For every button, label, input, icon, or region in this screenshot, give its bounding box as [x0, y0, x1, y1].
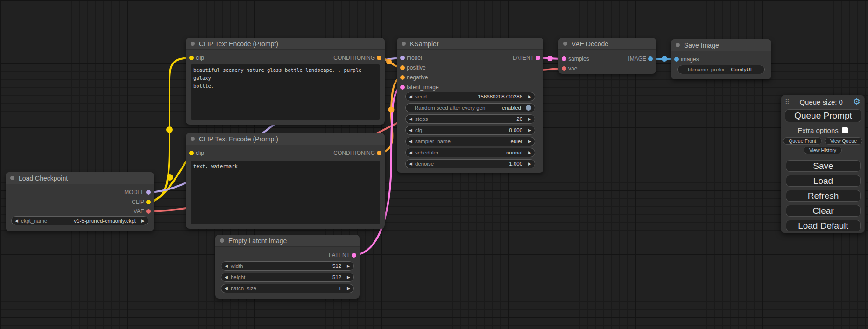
node-save-image[interactable]: Save Image images filename_prefix ComfyU…	[671, 39, 771, 79]
node-empty-latent-image[interactable]: Empty Latent Image LATENT ◀ width 512 ▶ …	[215, 235, 360, 299]
node-clip-text-encode-negative[interactable]: CLIP Text Encode (Prompt) clip CONDITION…	[186, 133, 385, 229]
input-dot-clip[interactable]	[189, 151, 194, 155]
output-slot-conditioning: CONDITIONING	[333, 54, 385, 62]
widget-scheduler[interactable]: ◀ scheduler normal ▶	[405, 148, 535, 157]
output-dot-conditioning[interactable]	[377, 151, 381, 155]
decrement-arrow-icon[interactable]: ◀	[409, 95, 412, 99]
increment-arrow-icon[interactable]: ▶	[528, 117, 531, 121]
collapse-dot[interactable]	[191, 42, 195, 46]
input-dot-negative[interactable]	[400, 75, 405, 80]
widget-height[interactable]: ◀ height 512 ▶	[221, 273, 354, 282]
decrement-arrow-icon[interactable]: ◀	[225, 275, 228, 280]
decrement-arrow-icon[interactable]: ◀	[409, 151, 412, 155]
save-button[interactable]: Save	[786, 160, 861, 172]
prompt-textarea[interactable]: beautiful scenery nature glass bottle la…	[191, 64, 380, 120]
toggle-knob[interactable]	[526, 105, 531, 111]
output-dot-clip[interactable]	[146, 200, 151, 204]
input-slot-clip: clip	[186, 54, 204, 62]
decrement-arrow-icon[interactable]: ◀	[409, 117, 412, 121]
load-button[interactable]: Load	[786, 175, 861, 187]
widget-batch-size[interactable]: ◀ batch_size 1 ▶	[221, 284, 354, 293]
increment-arrow-icon[interactable]: ▶	[347, 275, 350, 280]
input-slot-positive: positive	[397, 64, 426, 71]
queue-front-button[interactable]: Queue Front	[783, 137, 822, 145]
increment-arrow-icon[interactable]: ▶	[528, 151, 531, 155]
clear-button[interactable]: Clear	[786, 205, 861, 217]
extra-options-label: Extra options	[797, 126, 839, 134]
decrement-arrow-icon[interactable]: ◀	[225, 264, 228, 268]
output-dot-vae[interactable]	[146, 209, 151, 214]
output-slot-latent: LATENT	[329, 252, 360, 259]
input-slot-clip: clip	[186, 149, 204, 157]
output-dot-latent[interactable]	[536, 56, 540, 60]
widget-ckpt-name[interactable]: ◀ ckpt_name v1-5-pruned-emaonly.ckpt ▶	[11, 216, 148, 225]
input-dot-positive[interactable]	[400, 65, 405, 70]
output-dot-latent[interactable]	[352, 253, 356, 258]
node-load-checkpoint[interactable]: Load Checkpoint MODEL CLIP VAE ◀ ckpt_na…	[6, 172, 154, 231]
view-queue-button[interactable]: View Queue	[825, 137, 862, 145]
input-slot-vae: vae	[558, 65, 577, 72]
increment-arrow-icon[interactable]: ▶	[528, 95, 531, 99]
link-midpoint-dot	[388, 107, 395, 113]
queue-prompt-button[interactable]: Queue Prompt	[785, 109, 861, 122]
collapse-dot[interactable]	[402, 42, 406, 46]
widget-width[interactable]: ◀ width 512 ▶	[221, 261, 354, 271]
decrement-arrow-icon[interactable]: ◀	[409, 140, 412, 144]
input-slot-latent-image: latent_image	[397, 84, 439, 91]
input-dot-clip[interactable]	[189, 56, 194, 60]
increment-arrow-icon[interactable]: ▶	[141, 219, 145, 223]
decrement-arrow-icon[interactable]: ◀	[409, 162, 412, 166]
input-dot-latent-image[interactable]	[400, 85, 405, 90]
output-slot-model: MODEL	[124, 189, 154, 196]
input-slot-samples: samples	[558, 55, 589, 63]
increment-arrow-icon[interactable]: ▶	[528, 128, 531, 133]
output-slot-vae: VAE	[134, 208, 154, 215]
drag-handle-icon[interactable]: ⠿	[785, 98, 790, 105]
node-clip-text-encode-positive[interactable]: CLIP Text Encode (Prompt) clip CONDITION…	[186, 38, 385, 125]
link-midpoint-dot	[547, 56, 553, 61]
decrement-arrow-icon[interactable]: ◀	[225, 287, 228, 291]
increment-arrow-icon[interactable]: ▶	[347, 264, 350, 268]
widget-seed[interactable]: ◀ seed 156680208700286 ▶	[405, 92, 535, 101]
collapse-dot[interactable]	[676, 43, 680, 47]
load-default-button[interactable]: Load Default	[786, 220, 861, 231]
extra-options-checkbox[interactable]	[842, 127, 848, 133]
link-midpoint-dot	[166, 126, 173, 133]
collapse-dot[interactable]	[563, 42, 567, 46]
view-history-button[interactable]: View History	[804, 147, 842, 154]
widget-sampler-name[interactable]: ◀ sampler_name euler ▶	[405, 137, 535, 146]
prompt-textarea[interactable]: text, watermark	[191, 161, 380, 224]
collapse-dot[interactable]	[220, 238, 224, 243]
input-dot-images[interactable]	[674, 57, 679, 62]
increment-arrow-icon[interactable]: ▶	[528, 162, 531, 166]
widget-random-seed-toggle[interactable]: Random seed after every gen enabled	[405, 103, 535, 112]
collapse-dot[interactable]	[10, 176, 14, 180]
input-dot-vae[interactable]	[562, 66, 566, 71]
node-title: Save Image	[684, 42, 719, 49]
node-title: KSampler	[410, 40, 438, 48]
decrement-arrow-icon[interactable]: ◀	[15, 219, 18, 223]
output-slot-conditioning: CONDITIONING	[333, 149, 385, 157]
input-dot-samples[interactable]	[562, 56, 566, 61]
settings-gear-icon[interactable]: ⚙	[853, 98, 861, 106]
node-title: VAE Decode	[572, 40, 608, 48]
widget-filename-prefix[interactable]: filename_prefix ComfyUI	[677, 65, 765, 74]
output-dot-image[interactable]	[648, 56, 653, 61]
refresh-button[interactable]: Refresh	[786, 190, 861, 202]
increment-arrow-icon[interactable]: ▶	[347, 287, 350, 291]
node-title: Empty Latent Image	[228, 237, 287, 245]
output-dot-conditioning[interactable]	[377, 56, 381, 60]
node-vae-decode[interactable]: VAE Decode samples IMAGE vae	[558, 38, 656, 74]
node-title: CLIP Text Encode (Prompt)	[199, 40, 278, 48]
output-slot-clip: CLIP	[132, 198, 154, 206]
node-ksampler[interactable]: KSampler model LATENT positive negative …	[397, 38, 543, 173]
widget-cfg[interactable]: ◀ cfg 8.000 ▶	[405, 126, 535, 135]
input-slot-negative: negative	[397, 74, 428, 81]
increment-arrow-icon[interactable]: ▶	[528, 140, 531, 144]
input-dot-model[interactable]	[400, 56, 405, 60]
widget-steps[interactable]: ◀ steps 20 ▶	[405, 114, 535, 124]
widget-denoise[interactable]: ◀ denoise 1.000 ▶	[405, 159, 535, 168]
decrement-arrow-icon[interactable]: ◀	[409, 128, 412, 133]
output-dot-model[interactable]	[146, 190, 151, 195]
collapse-dot[interactable]	[191, 137, 195, 141]
